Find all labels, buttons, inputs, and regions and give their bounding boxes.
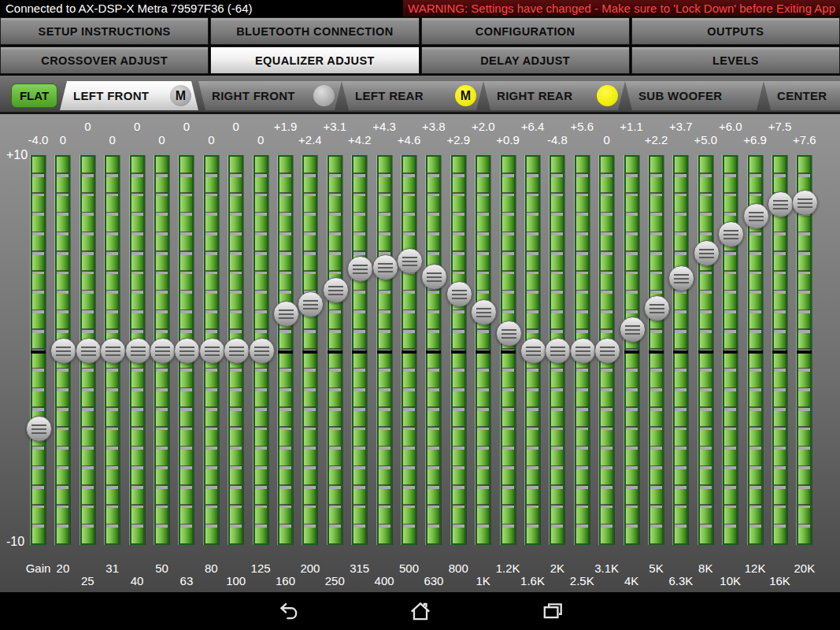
channel-tab-right-rear[interactable]: RIGHT REAR bbox=[483, 81, 625, 110]
channel-tab-left-front[interactable]: LEFT FRONTM bbox=[60, 81, 198, 110]
eq-slider-track-200[interactable] bbox=[302, 155, 317, 545]
eq-slider-track-4k[interactable] bbox=[624, 155, 639, 545]
eq-slider-thumb-20[interactable] bbox=[50, 338, 76, 364]
eq-slider-track-800[interactable] bbox=[451, 155, 466, 545]
band-value-label: +3.8 bbox=[409, 120, 459, 133]
eq-slider-track-8k[interactable] bbox=[698, 155, 713, 545]
nav-tab-equalizer-adjust[interactable]: EQUALIZER ADJUST bbox=[210, 46, 419, 74]
band-freq-label: 160 bbox=[261, 574, 311, 587]
band-freq-label: 20K bbox=[779, 561, 830, 575]
channel-tab-right-front[interactable]: RIGHT FRONT bbox=[198, 81, 342, 110]
eq-slider-thumb-1k[interactable] bbox=[471, 299, 497, 325]
eq-slider-track-gain[interactable] bbox=[31, 155, 46, 545]
eq-slider-track-160[interactable] bbox=[278, 155, 293, 545]
band-value-label: +2.2 bbox=[631, 133, 682, 146]
nav-tab-configuration[interactable]: CONFIGURATION bbox=[421, 17, 630, 45]
back-button[interactable] bbox=[276, 599, 300, 623]
eq-slider-thumb-630[interactable] bbox=[421, 264, 447, 290]
eq-slider-thumb-4k[interactable] bbox=[620, 317, 646, 343]
channel-tab-center[interactable]: CENTER bbox=[764, 81, 840, 110]
eq-slider-track-250[interactable] bbox=[327, 155, 342, 545]
thumb-grip-lines bbox=[773, 200, 788, 210]
channel-status-dot-icon[interactable] bbox=[597, 85, 618, 106]
home-button[interactable] bbox=[409, 599, 432, 623]
eq-slider-thumb-31[interactable] bbox=[100, 338, 126, 364]
eq-slider-thumb-63[interactable] bbox=[174, 338, 200, 364]
eq-slider-thumb-100[interactable] bbox=[224, 338, 250, 364]
band-freq-label: 1.2K bbox=[483, 561, 533, 575]
eq-slider-track-1k[interactable] bbox=[476, 155, 490, 545]
band-freq-label: 2.5K bbox=[557, 574, 607, 587]
nav-tab-bluetooth-connection[interactable]: BLUETOOTH CONNECTION bbox=[210, 17, 419, 45]
eq-slider-track-315[interactable] bbox=[352, 155, 367, 545]
band-value-label: +6.4 bbox=[508, 120, 558, 133]
band-freq-label: 16K bbox=[755, 574, 805, 587]
eq-slider-thumb-1.2k[interactable] bbox=[496, 321, 522, 346]
eq-slider-thumb-16k[interactable] bbox=[768, 191, 794, 217]
band-freq-label: 800 bbox=[433, 561, 483, 575]
thumb-grip-lines bbox=[699, 249, 714, 259]
equalizer-panel: +10 -10 -4.0Gain020025031040050063080010… bbox=[0, 112, 840, 592]
channel-status-dot-icon[interactable] bbox=[313, 85, 335, 106]
eq-slider-thumb-3.1k[interactable] bbox=[594, 338, 620, 364]
eq-slider-thumb-160[interactable] bbox=[273, 301, 299, 327]
eq-slider-thumb-40[interactable] bbox=[125, 338, 151, 364]
eq-slider-thumb-5k[interactable] bbox=[644, 295, 670, 321]
band-value-label: +7.6 bbox=[779, 133, 830, 146]
band-freq-label: 400 bbox=[359, 574, 409, 587]
eq-slider-thumb-2.5k[interactable] bbox=[570, 338, 596, 364]
band-value-label: +3.7 bbox=[656, 120, 706, 133]
eq-slider-thumb-315[interactable] bbox=[347, 256, 373, 282]
nav-tab-levels[interactable]: LEVELS bbox=[631, 46, 840, 74]
nav-tab-delay-adjust[interactable]: DELAY ADJUST bbox=[421, 46, 630, 74]
channel-tab-label: LEFT FRONT bbox=[73, 89, 170, 102]
eq-slider-track-1.2k[interactable] bbox=[501, 155, 516, 545]
recents-button[interactable] bbox=[541, 599, 564, 623]
band-value-label: 0 bbox=[137, 133, 187, 146]
eq-slider-thumb-gain[interactable] bbox=[26, 416, 52, 442]
nav-tab-outputs[interactable]: OUTPUTS bbox=[631, 17, 840, 45]
channel-tab-label: RIGHT FRONT bbox=[212, 89, 313, 102]
eq-slider-thumb-80[interactable] bbox=[199, 338, 225, 364]
eq-slider-thumb-50[interactable] bbox=[150, 338, 176, 364]
eq-slider-track-10k[interactable] bbox=[723, 155, 738, 545]
eq-slider-thumb-200[interactable] bbox=[298, 291, 324, 317]
mute-indicator-icon[interactable]: M bbox=[455, 85, 476, 106]
band-value-label: +2.0 bbox=[458, 120, 509, 133]
eq-slider-thumb-20k[interactable] bbox=[792, 190, 818, 216]
mute-indicator-icon[interactable]: M bbox=[170, 85, 191, 106]
eq-slider-track-630[interactable] bbox=[426, 155, 441, 545]
eq-slider-track-500[interactable] bbox=[401, 155, 416, 545]
eq-slider-thumb-800[interactable] bbox=[446, 281, 472, 307]
channel-tab-left-rear[interactable]: LEFT REARM bbox=[342, 81, 483, 110]
channel-tab-sub-woofer[interactable]: SUB WOOFER bbox=[625, 81, 764, 110]
eq-slider-thumb-500[interactable] bbox=[397, 248, 423, 274]
eq-slider-thumb-2k[interactable] bbox=[545, 338, 571, 364]
band-value-label: 0 bbox=[582, 133, 632, 146]
eq-slider-track-6.3k[interactable] bbox=[673, 155, 688, 545]
eq-slider-thumb-125[interactable] bbox=[249, 338, 275, 364]
eq-slider-thumb-6.3k[interactable] bbox=[668, 265, 694, 291]
thumb-grip-lines bbox=[749, 212, 764, 222]
eq-slider-thumb-25[interactable] bbox=[76, 338, 102, 364]
band-freq-label: 250 bbox=[309, 574, 360, 587]
eq-slider-thumb-1.6k[interactable] bbox=[520, 338, 546, 364]
thumb-grip-lines bbox=[501, 329, 516, 339]
band-value-label: -4.8 bbox=[532, 133, 583, 146]
eq-slider-track-5k[interactable] bbox=[649, 155, 664, 545]
flat-button[interactable]: FLAT bbox=[11, 83, 57, 108]
nav-tab-crossover-adjust[interactable]: CROSSOVER ADJUST bbox=[0, 46, 209, 74]
eq-slider-thumb-10k[interactable] bbox=[718, 221, 744, 247]
channel-tab-bar: FLAT LEFT FRONTMRIGHT FRONTLEFT REARMRIG… bbox=[0, 76, 840, 114]
eq-zero-line bbox=[302, 350, 317, 354]
eq-slider-track-400[interactable] bbox=[377, 155, 392, 545]
thumb-grip-lines bbox=[254, 346, 269, 357]
band-freq-label: 3.1K bbox=[582, 561, 632, 575]
nav-tab-setup-instructions[interactable]: SETUP INSTRUCTIONS bbox=[0, 17, 209, 45]
thumb-grip-lines bbox=[526, 346, 541, 357]
eq-slider-thumb-8k[interactable] bbox=[694, 240, 720, 266]
eq-slider-thumb-250[interactable] bbox=[323, 277, 349, 303]
eq-slider-thumb-400[interactable] bbox=[372, 254, 398, 280]
eq-slider-thumb-12k[interactable] bbox=[743, 203, 769, 229]
thumb-grip-lines bbox=[353, 265, 368, 275]
